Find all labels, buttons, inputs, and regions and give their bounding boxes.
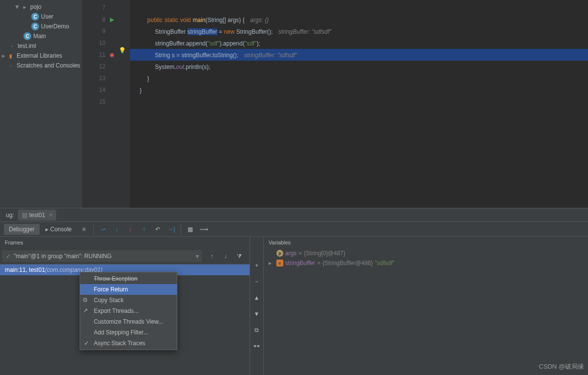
frames-header: Frames <box>0 237 250 248</box>
context-menu: Throw Exception Force Return ⧉Copy Stack… <box>80 272 177 350</box>
tree-class-main[interactable]: C Main <box>0 31 82 41</box>
line-number: 13 <box>82 72 105 84</box>
force-step-into-button[interactable]: ↓ <box>124 223 137 235</box>
debug-config-tab[interactable]: ▤ test01 × <box>18 210 57 221</box>
export-icon: ↗ <box>83 307 91 314</box>
copy-icon: ⧉ <box>83 296 91 303</box>
var-value: {StringBuffer@486} <box>322 260 373 266</box>
scratches-icon: ▫ <box>7 62 15 69</box>
step-over-button[interactable]: ⤻ <box>97 223 109 235</box>
library-icon: ▮ <box>7 52 15 60</box>
menu-export-threads[interactable]: ↗Export Threads... <box>80 306 177 316</box>
filter-button[interactable]: ⧩ <box>233 250 246 262</box>
tree-label: Scratches and Consoles <box>17 62 80 69</box>
next-frame-button[interactable]: ↓ <box>219 250 232 262</box>
evaluate-button[interactable]: ▦ <box>184 223 197 235</box>
app-icon: ▤ <box>22 212 27 219</box>
project-tree[interactable]: ▼ ▸ pojo C User C UserDemo C Main ▫ test… <box>0 0 82 208</box>
breakpoint-icon[interactable]: ◉ <box>109 49 114 61</box>
thread-name: "main"@1 in group "main": RUNNING <box>14 253 112 260</box>
chevron-down-icon: ▼ <box>14 3 21 10</box>
check-icon: ✓ <box>84 340 89 347</box>
tree-label: UserDemo <box>41 23 69 30</box>
line-number: 11◉ <box>82 49 105 61</box>
vars-toolbar: + − ▲ ▼ ⧉ 👓 <box>250 237 264 375</box>
frame-location: main:11, test01 <box>5 266 45 273</box>
line-number: 7 <box>82 2 105 14</box>
debug-toolbar: Debugger ▸Console ≡ ⤻ ↓ ↓ ↑ ↶ →| ▦ ⟿ <box>0 222 588 237</box>
field-icon: ≡ <box>276 260 283 266</box>
tree-label: pojo <box>30 3 42 10</box>
add-watch-button[interactable]: + <box>251 260 263 271</box>
watermark: CSDN @破局缘 <box>539 362 584 371</box>
close-icon[interactable]: × <box>49 212 52 219</box>
tree-label: test.iml <box>18 43 36 49</box>
threads-icon[interactable]: ≡ <box>78 223 90 235</box>
var-string-value: "sdfsdf" <box>375 260 395 266</box>
menu-add-stepping-filter[interactable]: Add Stepping Filter... <box>80 327 177 338</box>
tree-class-user[interactable]: C User <box>0 12 82 22</box>
glasses-icon[interactable]: 👓 <box>251 340 263 352</box>
tree-folder-pojo[interactable]: ▼ ▸ pojo <box>0 2 82 12</box>
menu-customize-threads[interactable]: Customize Threads View... <box>80 316 177 327</box>
class-icon: C <box>31 22 39 30</box>
run-to-cursor-button[interactable]: →| <box>165 223 178 235</box>
tree-file-iml[interactable]: ▫ test.iml <box>0 41 82 51</box>
tree-label: User <box>41 13 53 20</box>
tree-class-userdemo[interactable]: C UserDemo <box>0 22 82 31</box>
variable-row[interactable]: ▸ ≡ stringBuffer = {StringBuffer@486} "s… <box>264 258 588 268</box>
var-name: args <box>285 250 296 257</box>
line-number: 12 <box>82 61 105 72</box>
var-value: {String[0]@487} <box>304 250 345 257</box>
trace-button[interactable]: ⟿ <box>198 223 210 235</box>
menu-throw-exception[interactable]: Throw Exception <box>80 273 177 284</box>
variables-list[interactable]: p args = {String[0]@487} ▸ ≡ stringBuffe… <box>264 248 588 375</box>
debug-label: ug: <box>2 212 18 219</box>
chevron-down-icon: ▾ <box>196 253 199 260</box>
gutter-marks: 💡 <box>114 0 130 208</box>
tree-label: Main <box>33 33 46 40</box>
prev-frame-button[interactable]: ↑ <box>206 250 218 262</box>
menu-force-return[interactable]: Force Return <box>80 284 177 295</box>
step-into-button[interactable]: ↓ <box>110 223 123 235</box>
folder-icon: ▸ <box>21 3 28 11</box>
down-button[interactable]: ▼ <box>251 308 263 319</box>
class-icon: C <box>31 13 39 21</box>
copy-button[interactable]: ⧉ <box>251 324 263 335</box>
variables-panel: Variables p args = {String[0]@487} ▸ ≡ s… <box>264 237 588 375</box>
line-number: 9 <box>82 25 105 37</box>
chevron-right-icon[interactable]: ▸ <box>269 260 274 266</box>
var-name: stringBuffer <box>285 260 315 266</box>
debugger-tab[interactable]: Debugger <box>4 224 40 235</box>
tree-label: External Libraries <box>17 52 62 59</box>
tree-scratches[interactable]: ▫ Scratches and Consoles <box>0 61 82 70</box>
tree-external-libs[interactable]: ▸ ▮ External Libraries <box>0 51 82 61</box>
menu-copy-stack[interactable]: ⧉Copy Stack <box>80 295 177 306</box>
variable-row[interactable]: p args = {String[0]@487} <box>264 248 588 258</box>
thread-dropdown[interactable]: ✓ "main"@1 in group "main": RUNNING ▾ <box>2 250 202 262</box>
param-icon: p <box>276 250 283 257</box>
run-icon[interactable]: ▶ <box>110 14 114 25</box>
vars-header: Variables <box>264 237 588 248</box>
step-out-button[interactable]: ↑ <box>138 223 150 235</box>
bulb-icon[interactable]: 💡 <box>114 47 130 59</box>
line-number: 10 <box>82 37 105 49</box>
console-icon: ▸ <box>45 226 48 233</box>
line-number: 15 <box>82 96 105 108</box>
tab-label: test01 <box>29 212 45 219</box>
class-icon: C <box>23 32 31 40</box>
editor-gutter[interactable]: 7 8▶ 9 10 11◉ 12 13 14 15 <box>82 0 114 208</box>
remove-watch-button[interactable]: − <box>251 276 263 287</box>
up-button[interactable]: ▲ <box>251 292 263 304</box>
code-editor[interactable]: 7 8▶ 9 10 11◉ 12 13 14 15 💡 public stati… <box>82 0 588 208</box>
file-icon: ▫ <box>8 42 16 50</box>
menu-async-stack-traces[interactable]: ✓Async Stack Traces <box>80 338 177 349</box>
chevron-right-icon: ▸ <box>0 52 7 59</box>
line-number: 14 <box>82 84 105 96</box>
code-content[interactable]: public static void main(String[] args) {… <box>130 0 588 208</box>
check-icon: ✓ <box>6 253 11 260</box>
drop-frame-button[interactable]: ↶ <box>151 223 164 235</box>
debug-tab-bar: ug: ▤ test01 × <box>0 208 588 222</box>
line-number: 8▶ <box>82 14 105 25</box>
console-tab[interactable]: ▸Console <box>41 224 77 235</box>
